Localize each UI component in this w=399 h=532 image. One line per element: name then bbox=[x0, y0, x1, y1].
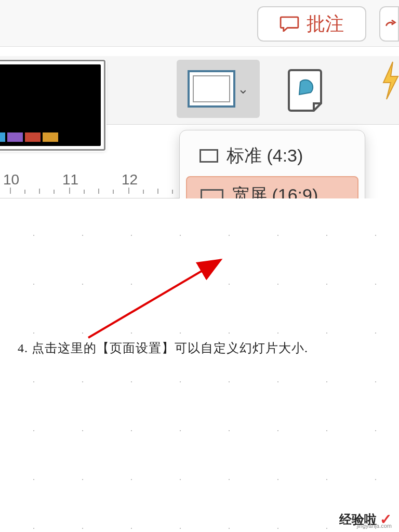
comment-icon bbox=[280, 16, 299, 32]
bar-red bbox=[25, 132, 41, 142]
slide-size-icon bbox=[188, 70, 235, 108]
ruler-ticks bbox=[0, 188, 179, 194]
instruction-text: 4. 点击这里的【页面设置】可以自定义幻灯片大小. bbox=[18, 340, 308, 356]
slide-canvas[interactable] bbox=[0, 198, 399, 532]
ruler-mark: 12 bbox=[122, 171, 138, 188]
format-background-icon[interactable] bbox=[281, 62, 327, 114]
annotation-label: 批注 bbox=[307, 11, 344, 37]
ruler-mark: 11 bbox=[62, 171, 78, 188]
aspect-4-3-icon bbox=[200, 149, 218, 163]
annotation-button[interactable]: 批注 bbox=[257, 6, 366, 42]
slide-preview bbox=[0, 64, 101, 146]
chevron-down-icon: ⌄ bbox=[237, 81, 249, 97]
share-icon bbox=[383, 16, 398, 32]
share-button-partial[interactable] bbox=[379, 6, 399, 42]
lightning-icon[interactable] bbox=[381, 60, 399, 101]
ruler-mark: 10 bbox=[3, 171, 19, 188]
slide-size-button[interactable]: ⌄ bbox=[177, 60, 260, 118]
slide-thumbnail[interactable] bbox=[0, 60, 105, 151]
bar-orange bbox=[43, 132, 58, 142]
watermark: 经验啦 ✓ jingyanla.com bbox=[339, 511, 392, 528]
slide-color-bars bbox=[0, 132, 58, 142]
menu-label: 标准 (4:3) bbox=[227, 144, 303, 168]
horizontal-ruler: 10 11 12 bbox=[0, 167, 179, 198]
bar-blue bbox=[0, 132, 5, 142]
watermark-url: jingyanla.com bbox=[357, 523, 392, 529]
toolbar-top: 批注 bbox=[0, 0, 399, 47]
bar-purple bbox=[7, 132, 23, 142]
menu-item-standard[interactable]: 标准 (4:3) bbox=[186, 138, 358, 174]
